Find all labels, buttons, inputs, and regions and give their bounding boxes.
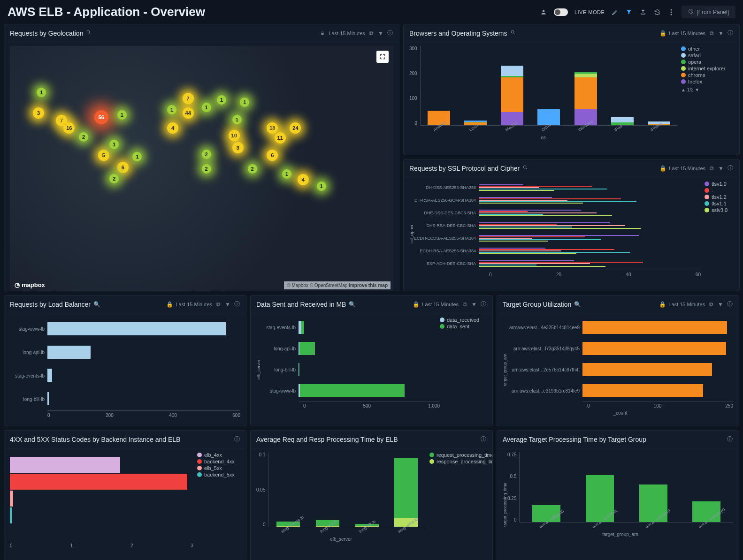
chart-area[interactable] bbox=[299, 317, 440, 401]
magnify-icon[interactable]: 🔍 bbox=[574, 301, 581, 308]
share-icon[interactable] bbox=[639, 8, 647, 16]
refresh-icon[interactable] bbox=[653, 8, 661, 16]
chart-area[interactable] bbox=[47, 317, 240, 411]
info-icon[interactable]: ⓘ bbox=[234, 300, 240, 308]
map-marker[interactable]: 2 bbox=[79, 132, 88, 142]
more-icon[interactable] bbox=[667, 8, 675, 16]
copy-icon[interactable]: ⧉ bbox=[461, 301, 468, 308]
panel-browsers-os: Browsers and Operating Systems 🔒 Last 15… bbox=[403, 24, 740, 155]
map-marker[interactable]: 18 bbox=[267, 122, 278, 134]
magnify-icon[interactable] bbox=[522, 165, 528, 172]
info-icon[interactable]: ⓘ bbox=[480, 435, 487, 443]
y-axis: 0100200300 bbox=[409, 46, 420, 126]
info-icon[interactable]: ⓘ bbox=[727, 164, 734, 172]
chart-area[interactable] bbox=[519, 452, 733, 522]
map-marker[interactable]: 2 bbox=[202, 150, 211, 159]
map-marker[interactable]: 24 bbox=[290, 122, 301, 134]
copy-icon[interactable]: ⧉ bbox=[708, 165, 715, 172]
copy-icon[interactable]: ⧉ bbox=[368, 30, 375, 37]
info-icon[interactable]: ⓘ bbox=[727, 300, 733, 308]
panel-body: elb_server stag-events-lblong-api-lblong… bbox=[251, 313, 492, 426]
map-marker[interactable]: 16 bbox=[63, 122, 75, 134]
magnify-icon[interactable]: 🔍 bbox=[349, 301, 356, 308]
world-map[interactable]: ◔ mapbox © Mapbox © OpenStreetMap Improv… bbox=[10, 46, 393, 291]
map-marker[interactable]: 2 bbox=[202, 164, 211, 174]
map-marker[interactable]: 1 bbox=[317, 182, 326, 191]
map-marker[interactable]: 1 bbox=[202, 103, 211, 112]
copy-icon[interactable]: ⧉ bbox=[215, 301, 222, 308]
chart-area[interactable] bbox=[10, 452, 193, 541]
x-axis-labels: 0204060 bbox=[414, 272, 701, 277]
magnify-icon[interactable] bbox=[86, 30, 92, 37]
panel-title: Average Req and Resp Processing Time by … bbox=[256, 436, 398, 443]
info-icon[interactable]: ⓘ bbox=[727, 435, 733, 443]
user-icon[interactable] bbox=[540, 8, 547, 16]
svg-point-8 bbox=[523, 166, 526, 168]
time-range-selector[interactable]: [From Panel] bbox=[682, 6, 735, 18]
map-marker[interactable]: 56 bbox=[94, 110, 108, 124]
map-marker[interactable]: 1 bbox=[117, 110, 127, 120]
map-marker[interactable]: 4 bbox=[298, 174, 309, 185]
map-marker[interactable]: 1 bbox=[109, 140, 119, 149]
clock-icon bbox=[688, 8, 694, 15]
filter-icon[interactable]: ▼ bbox=[718, 30, 724, 37]
chart-area[interactable] bbox=[420, 46, 677, 126]
y-axis: 00.250.50.75 bbox=[507, 452, 519, 522]
x-axis-title: target_group_arn bbox=[507, 532, 733, 537]
panel-header: Target Group Utilization 🔍 🔒 Last 15 Min… bbox=[497, 295, 739, 313]
panel-data-mb: Data Sent and Received in MB 🔍 🔒 Last 15… bbox=[250, 295, 493, 426]
map-marker[interactable]: 44 bbox=[183, 107, 194, 119]
info-icon[interactable]: ⓘ bbox=[234, 435, 240, 443]
magnify-icon[interactable]: 🔍 bbox=[93, 301, 100, 308]
info-icon[interactable]: ⓘ bbox=[727, 29, 734, 37]
map-marker[interactable]: 1 bbox=[282, 169, 291, 179]
map-marker[interactable]: 6 bbox=[117, 162, 129, 173]
svg-point-3 bbox=[671, 14, 672, 15]
fullscreen-icon[interactable] bbox=[376, 51, 389, 63]
svg-point-7 bbox=[511, 30, 514, 33]
chart-area[interactable] bbox=[582, 317, 733, 401]
copy-icon[interactable]: ⧉ bbox=[708, 30, 715, 37]
map-marker[interactable]: 2 bbox=[248, 164, 257, 174]
y-axis-labels: arn:aws:elast...4e325b14c814ee9arn:aws:e… bbox=[507, 317, 582, 401]
map-marker[interactable]: 2 bbox=[109, 174, 119, 183]
panel-body: 00.050.1 stag-events-lblong-api-lblong-b… bbox=[251, 448, 492, 560]
dashboard-title: AWS ELB - Application - Overview bbox=[8, 5, 533, 19]
map-marker[interactable]: 1 bbox=[132, 152, 142, 161]
y-axis-labels: stag-www-lblong-api-lbstag-events-lblong… bbox=[10, 317, 47, 411]
filter-icon[interactable]: ▼ bbox=[718, 165, 724, 172]
y-axis-title: target_processing_time bbox=[503, 452, 507, 557]
map-marker[interactable]: 1 bbox=[232, 115, 242, 124]
chart-area[interactable] bbox=[479, 181, 701, 270]
magnify-icon[interactable] bbox=[510, 30, 516, 37]
map-marker[interactable]: 3 bbox=[232, 142, 244, 153]
info-icon[interactable]: ⓘ bbox=[480, 300, 487, 308]
map-marker[interactable]: 11 bbox=[275, 132, 286, 144]
map-marker[interactable]: 7 bbox=[183, 93, 194, 104]
map-marker[interactable]: 10 bbox=[229, 130, 240, 141]
map-marker[interactable]: 3 bbox=[33, 107, 44, 119]
filter-icon[interactable]: ▼ bbox=[377, 30, 384, 37]
lock-icon: 🔒 bbox=[659, 301, 666, 308]
filter-icon[interactable]: ▼ bbox=[224, 301, 231, 308]
map-marker[interactable]: 1 bbox=[167, 105, 176, 114]
map-marker[interactable]: 6 bbox=[267, 150, 278, 161]
filter-icon[interactable] bbox=[625, 8, 633, 16]
map-marker[interactable]: 4 bbox=[167, 122, 178, 134]
edit-icon[interactable] bbox=[611, 8, 619, 16]
map-attribution: © Mapbox © OpenStreetMap Improve this ma… bbox=[284, 281, 391, 289]
map-marker[interactable]: 1 bbox=[37, 88, 46, 97]
live-mode-toggle[interactable] bbox=[554, 8, 568, 16]
map-marker[interactable]: 1 bbox=[217, 95, 226, 105]
filter-icon[interactable]: ▼ bbox=[717, 301, 724, 308]
panel-header: Requests by Load Balancer 🔍 🔒 Last 15 Mi… bbox=[4, 295, 246, 313]
chart-area[interactable] bbox=[268, 452, 426, 527]
legend: elb_4xxbackend_4xxelb_5xxbackend_5xx bbox=[193, 452, 240, 557]
copy-icon[interactable]: ⧉ bbox=[708, 301, 714, 308]
filter-icon[interactable]: ▼ bbox=[471, 301, 477, 308]
panel-title: Requests by SSL Protocol and Cipher bbox=[409, 165, 520, 172]
map-marker[interactable]: 5 bbox=[98, 150, 109, 161]
improve-map-link[interactable]: Improve this map bbox=[349, 283, 388, 288]
map-marker[interactable]: 1 bbox=[240, 98, 249, 107]
info-icon[interactable]: ⓘ bbox=[387, 29, 393, 37]
